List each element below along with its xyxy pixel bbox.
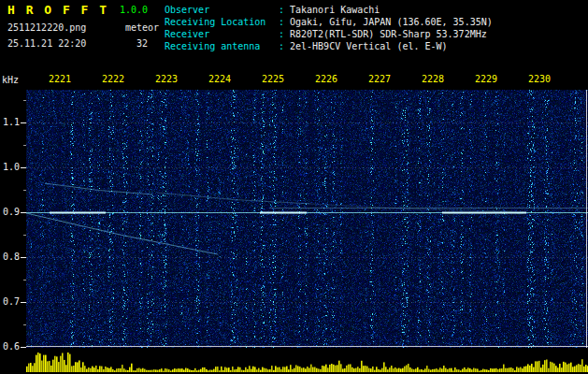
freq-tick (23, 100, 26, 101)
freq-tick (23, 324, 26, 325)
time-label: 2223 (155, 74, 178, 84)
freq-tick (21, 302, 26, 303)
freq-label: 0.6 (0, 341, 20, 352)
time-label: 2221 (49, 74, 71, 84)
time-label: 2230 (528, 74, 551, 84)
freq-unit-label: kHz (2, 75, 19, 85)
time-label: 2228 (422, 74, 444, 84)
info-separator: : (279, 28, 290, 40)
freq-label: 0.9 (0, 207, 20, 217)
info-label: Observer (165, 4, 279, 16)
mode-label: meteor (123, 22, 161, 33)
time-label: 2225 (262, 74, 284, 84)
info-separator: : (279, 40, 290, 52)
info-row-antenna: Receiving antenna:2el-HB9CV Vertical (el… (165, 40, 493, 52)
info-label: Receiving antenna (165, 40, 279, 52)
info-value: 2el-HB9CV Vertical (el. E-W) (290, 40, 448, 52)
freq-tick (21, 347, 26, 348)
plot-area: kHz 2221 2222 2223 2224 2225 2226 2227 2… (0, 73, 588, 353)
freq-tick (23, 280, 26, 280)
activity-canvas (26, 350, 588, 372)
spectrogram-canvas (26, 90, 588, 348)
time-label: 2222 (102, 74, 124, 84)
freq-tick (21, 122, 26, 123)
info-row-observer: Observer:Takanori Kawachi (165, 4, 493, 16)
freq-tick (23, 190, 26, 191)
echo-count: 32 (123, 38, 161, 49)
info-value: Takanori Kawachi (290, 4, 380, 16)
freq-tick (23, 145, 26, 146)
freq-tick (23, 235, 26, 236)
output-filename: 2511212220.png (7, 22, 86, 33)
app-version: 1.0.0 (120, 5, 148, 15)
time-label: 2224 (208, 74, 231, 84)
info-label: Receiving Location (165, 16, 279, 28)
freq-tick (21, 212, 26, 213)
time-label: 2227 (368, 74, 391, 84)
observation-info: Observer:Takanori Kawachi Receiving Loca… (165, 4, 493, 52)
freq-tick (21, 167, 26, 168)
time-label: 2226 (315, 74, 337, 84)
info-separator: : (279, 16, 290, 28)
freq-tick (21, 257, 26, 258)
freq-label: 1.0 (0, 162, 20, 172)
freq-label: 0.8 (0, 252, 20, 262)
info-separator: : (279, 4, 290, 16)
info-value: Ogaki, Gifu, JAPAN (136.60E, 35.35N) (290, 16, 493, 28)
info-value: R820T2(RTL-SDR) SDR-Sharp 53.372MHz (290, 28, 487, 40)
time-label: 2229 (475, 74, 497, 84)
datetime-label: 25.11.21 22:20 (7, 38, 86, 49)
plot-right-edge-line (586, 90, 587, 348)
app-title: H R O F F T (7, 3, 108, 17)
info-label: Receiver (165, 28, 279, 40)
info-row-location: Receiving Location:Ogaki, Gifu, JAPAN (1… (165, 16, 493, 28)
hrofft-window: H R O F F T 1.0.0 2511212220.png meteor … (0, 0, 588, 374)
freq-label: 0.7 (0, 296, 20, 307)
info-row-receiver: Receiver:R820T2(RTL-SDR) SDR-Sharp 53.37… (165, 28, 493, 40)
freq-label: 1.1 (0, 117, 20, 127)
